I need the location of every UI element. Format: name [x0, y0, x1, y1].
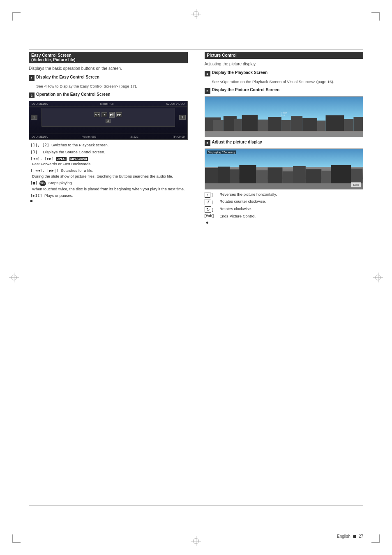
desc-item-2: [◄◄], [▶▶] JPEG , MPEG/Dvd Fast Forwards…: [29, 156, 188, 167]
svg-rect-17: [239, 165, 256, 183]
desc-item-5: [▶II] Plays or pauses.: [29, 193, 188, 198]
right-section-header: Picture Control: [205, 52, 364, 59]
scene-road: [205, 131, 363, 137]
desc-badge-jpeg: JPEG: [56, 157, 66, 161]
flip-icon: ↑: [205, 192, 211, 198]
top-center-cross: [191, 9, 201, 19]
displaying-label: Displaying / Zooming: [207, 150, 236, 154]
right-column: Picture Control Adjusting the picture di…: [201, 52, 364, 224]
picture-adjusted-screen: Displaying / Zooming Exit: [205, 148, 364, 190]
road-2: [205, 183, 363, 190]
desc-text-1: Displays the Source Control screen.: [43, 150, 105, 154]
icon-desc-3: [Exit] Ends Picture Control.: [205, 214, 364, 219]
main-content: Easy Control Screen (Video file, Picture…: [29, 49, 363, 506]
desc-text-4a: Stops playing.: [48, 180, 73, 185]
icon-box-exit: [Exit]: [205, 214, 217, 218]
svg-rect-5: [258, 120, 268, 131]
desc-item-0: [1], [2] Switches to the Playback screen…: [29, 142, 188, 148]
svg-rect-25: [351, 169, 362, 183]
svg-rect-20: [282, 171, 293, 183]
player-bottom-left: DVD MEDIA: [32, 135, 48, 138]
icon-desc-2: ↻ ] Rotates clockwise.: [205, 206, 364, 213]
desc-key-5: [▶II]: [30, 193, 42, 198]
bullet-row: [30, 200, 188, 202]
picture-control-screen: ☞: [205, 96, 364, 137]
desc-text-3b: During the slide show of picture files, …: [30, 174, 173, 178]
ccw-bracket: ]: [212, 200, 214, 204]
corner-mark-tr: [371, 12, 380, 21]
step2-num: 2: [29, 92, 35, 98]
right-step1-title: Display the Playback Screen: [212, 70, 268, 75]
corner-mark-bl: [12, 534, 21, 543]
left-column: Easy Control Screen (Video file, Picture…: [29, 52, 192, 224]
icon-desc-1: ↺ ] Rotates counter clockwise.: [205, 199, 364, 205]
right-step2-header: 2 Display the Picture Control Screen: [205, 88, 364, 94]
exit-label: [Exit]: [205, 214, 214, 218]
player-btn-2: 2: [106, 119, 111, 123]
page-footer: English 27: [337, 534, 363, 539]
right-step1-num: 1: [205, 71, 210, 76]
desc-badge-disc: Disc: [39, 180, 46, 186]
svg-rect-6: [268, 117, 281, 131]
step1-title: Display the Easy Control Screen: [36, 75, 99, 79]
svg-rect-14: [205, 168, 220, 183]
svg-rect-22: [305, 169, 321, 183]
desc-key-0: [1], [2]: [30, 143, 49, 147]
corner-mark-tl: [12, 12, 21, 21]
right-step3-title: Adjust the picture display: [212, 140, 262, 144]
cw-icon: ↻: [205, 206, 211, 213]
page-dot: [353, 535, 356, 538]
page-number: 27: [359, 534, 363, 539]
step1-header: 1 Display the Easy Control Screen: [29, 75, 188, 81]
svg-rect-13: [353, 117, 363, 131]
player-top-right: AVOut: VIDEO: [166, 102, 185, 105]
right-bullet-row: [206, 222, 364, 224]
player-ui: DVD MEDIA Mode: Full AVOut: VIDEO 1: [29, 101, 187, 139]
corner-mark-br: [371, 534, 380, 543]
top-line: [29, 49, 363, 50]
player-top-left: DVD MEDIA: [32, 102, 48, 105]
svg-rect-23: [321, 171, 331, 183]
step2-header: 2 Operation on the Easy Control Screen: [29, 92, 188, 98]
svg-rect-21: [293, 166, 306, 183]
svg-rect-18: [256, 170, 267, 183]
desc-item-3: [|◄◄], [▶▶|] Searches for a file. During…: [29, 168, 188, 179]
icon-desc-text-3: Ends Picture Control.: [219, 214, 364, 219]
desc-item-4: [■] Disc Stops playing. When touched twi…: [29, 180, 188, 192]
icon-desc-text-0: Reverses the picture horizontally.: [219, 192, 364, 197]
icon-box-cw: ↻ ]: [205, 206, 217, 213]
player-btn-1: 1: [31, 115, 37, 120]
descriptions-list: [1], [2] Switches to the Playback screen…: [29, 142, 188, 202]
right-step1-text: See <Operation on the Playback Screen of…: [212, 79, 364, 84]
btn-play-pause: ▶II: [109, 112, 115, 118]
player-top-bar: DVD MEDIA Mode: Full AVOut: VIDEO: [29, 101, 187, 107]
icon-desc-text-2: Rotates clockwise.: [219, 206, 364, 211]
right-step3-num: 3: [205, 140, 210, 146]
flip-bracket: ]: [212, 193, 213, 197]
svg-rect-11: [325, 116, 344, 131]
ccw-icon: ↺: [205, 199, 211, 205]
desc-text-5: Plays or pauses.: [44, 193, 73, 198]
svg-rect-24: [331, 165, 351, 183]
btn-prev-prev: ◄◄: [94, 112, 100, 117]
icon-box-flip: ↑ ]: [205, 192, 217, 198]
step1-text: See <How to Display the Easy Control Scr…: [36, 83, 188, 89]
svg-rect-19: [267, 167, 282, 183]
svg-rect-7: [281, 120, 291, 131]
icon-descriptions: ↑ ] Reverses the picture horizontally. ↺…: [205, 192, 364, 223]
icon-desc-text-1: Rotates counter clockwise.: [219, 199, 364, 204]
right-step3-header: 3 Adjust the picture display: [205, 140, 364, 146]
step1-content: See <How to Display the Easy Control Scr…: [36, 83, 188, 89]
step2-title: Operation on the Easy Control Screen: [36, 92, 111, 97]
bullet-dot: [30, 200, 32, 202]
player-bottom-right: TF: 00:09: [173, 135, 185, 138]
desc-text-4b: When touched twice, the disc is played f…: [30, 187, 185, 191]
icon-box-ccw: ↺ ]: [205, 199, 217, 205]
right-step1-content: See <Operation on the Playback Screen of…: [212, 79, 364, 84]
player-bottom-time: 3: 222: [130, 135, 138, 138]
icon-desc-0: ↑ ] Reverses the picture horizontally.: [205, 192, 364, 198]
language-label: English: [337, 534, 350, 539]
hand-cursor-icon: ☞: [280, 109, 288, 119]
left-center-cross: [9, 273, 19, 282]
left-section-header: Easy Control Screen (Video file, Picture…: [29, 52, 188, 63]
